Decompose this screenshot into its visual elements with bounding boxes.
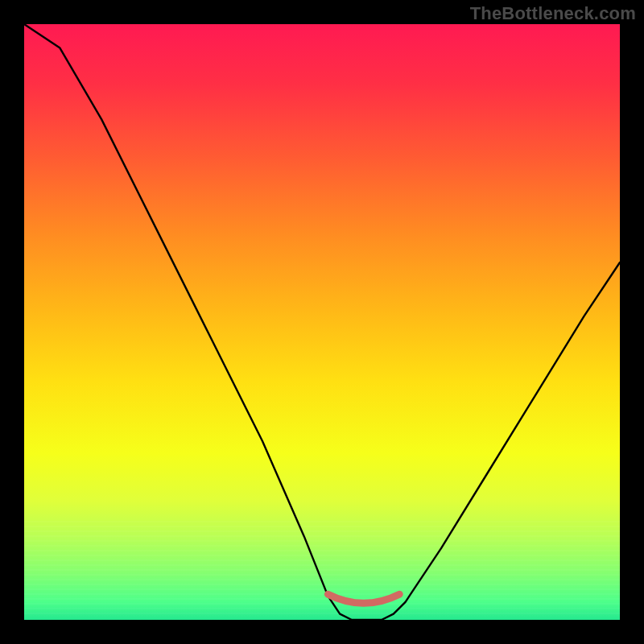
gradient-background bbox=[24, 24, 620, 620]
watermark-text: TheBottleneck.com bbox=[470, 3, 636, 24]
bottleneck-chart bbox=[0, 0, 644, 644]
chart-frame: TheBottleneck.com bbox=[0, 0, 644, 644]
